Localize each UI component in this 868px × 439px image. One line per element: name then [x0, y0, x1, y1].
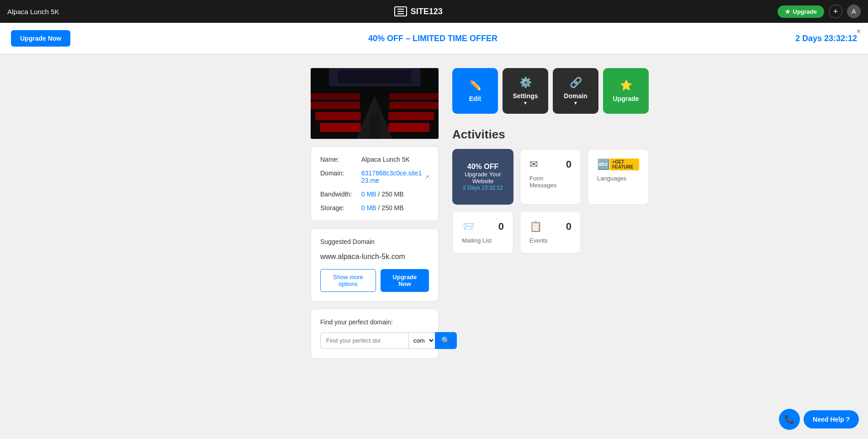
promo-text: 40% OFF – LIMITED TIME OFFER	[368, 34, 498, 43]
svg-rect-0	[397, 9, 404, 10]
info-row-name: Name: Alpaca Lunch 5K	[320, 156, 429, 163]
activities-title: Activities	[452, 127, 649, 142]
upgrade-heading: Upgrade Your Website	[461, 171, 504, 185]
info-row-domain: Domain: 6317868c3c0ce.site123.me ↗	[320, 169, 429, 184]
logo-icon	[394, 6, 407, 16]
svg-rect-12	[389, 93, 439, 100]
info-card: Name: Alpaca Lunch 5K Domain: 6317868c3c…	[311, 146, 439, 221]
need-help-button[interactable]: Need Help ?	[804, 410, 859, 428]
svg-rect-8	[388, 112, 434, 120]
navbar-right: ★ Upgrade + A	[778, 5, 861, 18]
settings-chevron-icon: ▼	[523, 100, 528, 106]
find-domain-input[interactable]	[320, 333, 408, 349]
languages-header: 🔤 +GET FEATURE	[597, 159, 639, 170]
settings-button[interactable]: ⚙️ Settings ▼	[503, 68, 548, 114]
left-column: Name: Alpaca Lunch 5K Domain: 6317868c3c…	[311, 68, 439, 359]
domain-extension-select[interactable]: com net org io	[408, 332, 435, 349]
language-icon: 🔤	[597, 159, 609, 170]
site-name-label: Alpaca Lunch 5K	[7, 8, 59, 16]
promo-close-button[interactable]: ×	[857, 27, 861, 36]
activities-section: Activities 40% OFF Upgrade Your Website …	[452, 127, 649, 254]
domain-icon: 🔗	[570, 77, 582, 89]
events-label: Events	[529, 237, 572, 244]
domain-link[interactable]: 6317868c3c0ce.site123.me ↗	[361, 169, 429, 184]
edit-button[interactable]: ✏️ Edit	[452, 68, 498, 114]
suggested-domain-card: Suggested Domain www.alpaca-lunch-5k.com…	[311, 228, 439, 301]
settings-icon: ⚙️	[519, 77, 532, 89]
svg-rect-6	[388, 123, 429, 132]
languages-card: 🔤 +GET FEATURE Languages	[587, 149, 649, 205]
svg-rect-13	[370, 114, 379, 139]
logo-text: SITE123	[411, 7, 443, 16]
phone-icon: 📞	[784, 414, 794, 424]
storage-value: 0 MB / 250 MB	[361, 204, 404, 212]
info-row-storage: Storage: 0 MB / 250 MB	[320, 204, 429, 212]
events-count: 0	[566, 221, 572, 233]
name-label: Name:	[320, 156, 361, 163]
main-content: Upgrade Now 40% OFF – LIMITED TIME OFFER…	[0, 0, 868, 372]
upgrade-star-icon: ⭐	[620, 79, 632, 91]
edit-icon: ✏️	[469, 79, 482, 91]
form-messages-card: ✉ 0 Form Messages	[520, 149, 581, 205]
star-icon: ★	[785, 8, 790, 15]
svg-rect-9	[311, 102, 360, 109]
promo-bar: Upgrade Now 40% OFF – LIMITED TIME OFFER…	[0, 23, 868, 54]
upgrade-timer: 2 Days 23:32:12	[461, 185, 504, 191]
mailing-list-card: 📨 0 Mailing List	[452, 211, 513, 254]
promo-timer: 2 Days 23:32:12	[795, 34, 857, 43]
avatar-button[interactable]: A	[847, 5, 861, 18]
upgrade-now-button[interactable]: Upgrade Now	[381, 269, 429, 292]
svg-rect-2	[397, 13, 404, 14]
upgrade-percent: 40% OFF	[461, 163, 504, 171]
mailing-list-count: 0	[498, 221, 504, 233]
domain-label: Domain:	[320, 169, 361, 184]
suggested-domain-value: www.alpaca-lunch-5k.com	[320, 253, 429, 261]
form-messages-header: ✉ 0	[529, 159, 572, 170]
site-thumbnail	[311, 68, 439, 139]
show-more-options-button[interactable]: Show more options	[320, 269, 376, 292]
promo-upgrade-button[interactable]: Upgrade Now	[11, 30, 70, 47]
suggested-domain-actions: Show more options Upgrade Now	[320, 269, 429, 292]
svg-rect-7	[315, 112, 361, 120]
bandwidth-label: Bandwidth:	[320, 190, 361, 198]
find-domain-input-row: com net org io 🔍	[320, 332, 429, 349]
search-icon: 🔍	[441, 337, 450, 344]
find-domain-card: Find your perfect domain: com net org io…	[311, 309, 439, 359]
mailing-list-header: 📨 0	[462, 221, 504, 233]
storage-label: Storage:	[320, 204, 361, 212]
suggested-domain-title: Suggested Domain	[320, 238, 429, 245]
bandwidth-value: 0 MB / 250 MB	[361, 190, 404, 198]
right-column: ✏️ Edit ⚙️ Settings ▼ 🔗 Domain ▼ ⭐ Upgra…	[452, 68, 649, 359]
name-value: Alpaca Lunch 5K	[361, 156, 410, 163]
domain-button[interactable]: 🔗 Domain ▼	[553, 68, 598, 114]
plus-button[interactable]: +	[829, 5, 842, 18]
domain-chevron-icon: ▼	[573, 100, 578, 106]
svg-rect-10	[389, 102, 439, 109]
info-row-bandwidth: Bandwidth: 0 MB / 250 MB	[320, 190, 429, 198]
events-icon: 📋	[529, 221, 542, 233]
navbar-center: SITE123	[394, 6, 443, 16]
action-buttons: ✏️ Edit ⚙️ Settings ▼ 🔗 Domain ▼ ⭐ Upgra…	[452, 68, 649, 114]
page-body: Name: Alpaca Lunch 5K Domain: 6317868c3c…	[160, 54, 708, 372]
upgrade-activity-card[interactable]: 40% OFF Upgrade Your Website 2 Days 23:3…	[452, 149, 513, 205]
events-card: 📋 0 Events	[520, 211, 581, 254]
envelope-icon: ✉	[529, 159, 538, 170]
need-help-section: 📞 Need Help ?	[779, 409, 859, 430]
form-messages-count: 0	[566, 159, 572, 170]
mail-icon: 📨	[462, 221, 474, 233]
get-feature-badge[interactable]: +GET FEATURE	[609, 159, 639, 170]
external-link-icon: ↗	[425, 174, 429, 180]
events-header: 📋 0	[529, 221, 572, 233]
svg-rect-15	[338, 70, 411, 83]
svg-rect-1	[397, 11, 404, 12]
navbar: Alpaca Lunch 5K SITE123 ★ Upgrade + A	[0, 0, 868, 23]
upgrade-nav-button[interactable]: ★ Upgrade	[778, 5, 824, 18]
svg-rect-5	[320, 123, 361, 132]
form-messages-label: Form Messages	[529, 175, 572, 189]
upgrade-button[interactable]: ⭐ Upgrade	[603, 68, 649, 114]
phone-button[interactable]: 📞	[779, 409, 800, 430]
languages-label: Languages	[597, 175, 639, 182]
mailing-list-label: Mailing List	[462, 237, 504, 244]
svg-rect-11	[311, 93, 360, 100]
activities-grid: 40% OFF Upgrade Your Website 2 Days 23:3…	[452, 149, 649, 254]
